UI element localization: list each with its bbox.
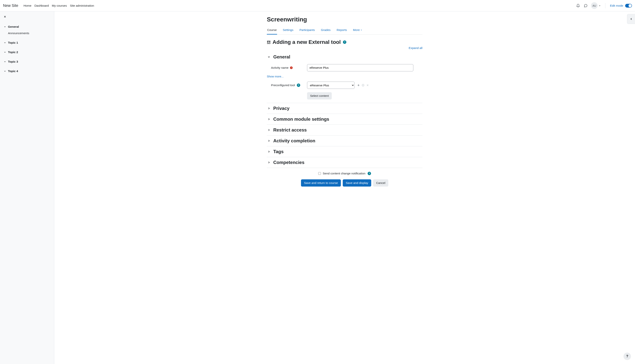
fieldset-privacy-header[interactable]: Privacy: [267, 103, 422, 114]
tab-reports[interactable]: Reports: [336, 26, 347, 34]
chevron-right-icon: [267, 128, 270, 132]
edit-mode-toggle[interactable]: [625, 4, 632, 8]
tab-participants[interactable]: Participants: [299, 26, 315, 34]
fieldset-general-title: General: [273, 54, 290, 60]
help-fab[interactable]: ?: [624, 352, 631, 360]
fieldset-restrict-access-header[interactable]: Restrict access: [267, 125, 422, 135]
chevron-down-icon: [360, 29, 362, 31]
ci-section-topic-3[interactable]: Topic 3: [2, 58, 52, 65]
fieldset-tags-header[interactable]: Tags: [267, 146, 422, 157]
gear-icon: [362, 84, 364, 86]
puzzle-icon: [267, 40, 270, 44]
ci-item-announcements[interactable]: Announcements: [2, 30, 52, 36]
notify-row: Send content change notification ?: [267, 168, 422, 177]
nav-icons: AU Edit mode: [576, 2, 632, 9]
course-index: General Announcements Topic 1 Topic 2: [1, 24, 53, 74]
chevron-down-icon: [4, 42, 6, 44]
chevron-right-icon: [267, 107, 270, 110]
primary-nav: Home Dashboard My courses Site administr…: [24, 4, 94, 8]
fieldset-activity-completion: Activity completion: [267, 136, 422, 146]
fieldset-competencies-header[interactable]: Competencies: [267, 157, 422, 168]
nav-dashboard[interactable]: Dashboard: [34, 4, 49, 8]
fieldset-competencies-title: Competencies: [273, 160, 304, 165]
save-return-button[interactable]: Save and return to course: [301, 179, 341, 186]
help-icon[interactable]: ?: [368, 172, 371, 175]
tab-more[interactable]: More: [352, 26, 363, 34]
page-title: Screenwriting: [267, 16, 422, 23]
navbar: New Site Home Dashboard My courses Site …: [0, 0, 635, 12]
close-drawer-button[interactable]: [2, 14, 8, 20]
chevron-down-icon: [4, 70, 6, 72]
svg-point-4: [363, 85, 364, 86]
fieldset-restrict-access-title: Restrict access: [273, 127, 307, 133]
show-more-link[interactable]: Show more...: [267, 75, 284, 78]
open-block-drawer-button[interactable]: [627, 14, 635, 24]
edit-mode-control: Edit mode: [610, 4, 632, 8]
chevron-right-icon: [267, 139, 270, 142]
fieldset-common-module: Common module settings: [267, 114, 422, 125]
chevron-down-icon: [4, 51, 6, 53]
required-icon: !: [290, 66, 293, 69]
show-more-row: Show more...: [267, 73, 422, 80]
user-menu[interactable]: AU: [591, 2, 601, 9]
tab-settings[interactable]: Settings: [282, 26, 294, 34]
fieldset-tags-title: Tags: [273, 149, 284, 154]
nav-my-courses[interactable]: My courses: [52, 4, 67, 8]
action-row: Save and return to course Save and displ…: [267, 177, 422, 194]
ci-section-label: Topic 4: [8, 70, 18, 73]
tool-actions: [357, 84, 369, 86]
ci-section-topic-2[interactable]: Topic 2: [2, 49, 52, 56]
secondary-nav-tabs: Course Settings Participants Grades Repo…: [267, 26, 422, 34]
main-content: Screenwriting Course Settings Participan…: [54, 12, 635, 364]
notify-label: Send content change notification: [323, 172, 366, 175]
activity-name-input[interactable]: [307, 64, 413, 71]
help-icon[interactable]: ?: [343, 40, 346, 44]
avatar: AU: [591, 2, 598, 9]
form-heading: Adding a new External tool ?: [267, 39, 422, 45]
tab-grades[interactable]: Grades: [320, 26, 331, 34]
chat-icon[interactable]: [584, 4, 588, 8]
ci-section-label: General: [8, 25, 19, 28]
help-icon[interactable]: ?: [297, 84, 300, 87]
divider: [605, 3, 606, 8]
preconfigured-tool-select[interactable]: eReserve Plus: [307, 82, 354, 89]
fieldset-common-module-header[interactable]: Common module settings: [267, 114, 422, 124]
save-display-button[interactable]: Save and display: [343, 179, 371, 186]
fieldset-general-header[interactable]: General: [267, 52, 422, 62]
fieldset-activity-completion-header[interactable]: Activity completion: [267, 136, 422, 146]
ci-section-general[interactable]: General: [2, 24, 52, 30]
fieldset-tags: Tags: [267, 146, 422, 157]
chevron-down-icon: [4, 26, 6, 28]
row-activity-name: Activity name !: [267, 62, 422, 73]
nav-home[interactable]: Home: [24, 4, 31, 8]
ci-section-label: Topic 2: [8, 50, 18, 54]
tab-course[interactable]: Course: [267, 26, 277, 34]
row-preconfigured-tool: Preconfigured tool ? eReserve Plus: [267, 80, 422, 91]
plus-icon[interactable]: [357, 84, 360, 86]
cancel-button[interactable]: Cancel: [373, 179, 388, 186]
ci-section-topic-1[interactable]: Topic 1: [2, 40, 52, 46]
fieldset-common-module-title: Common module settings: [273, 116, 329, 122]
chevron-right-icon: [267, 161, 270, 164]
site-brand[interactable]: New Site: [3, 4, 18, 8]
course-index-drawer: General Announcements Topic 1 Topic 2: [0, 12, 54, 364]
form-heading-text: Adding a new External tool: [272, 39, 341, 45]
fieldset-competencies: Competencies: [267, 157, 422, 168]
ci-section-topic-4[interactable]: Topic 4: [2, 68, 52, 74]
chevron-right-icon: [267, 118, 270, 121]
expand-all-link[interactable]: Expand all: [409, 46, 422, 50]
activity-name-label: Activity name: [271, 66, 288, 70]
nav-site-admin[interactable]: Site administration: [70, 4, 94, 8]
fieldset-activity-completion-title: Activity completion: [273, 138, 315, 144]
select-content-button[interactable]: Select content: [307, 92, 332, 100]
fieldset-restrict-access: Restrict access: [267, 125, 422, 136]
edit-mode-label: Edit mode: [610, 4, 623, 8]
bell-icon[interactable]: [576, 4, 580, 8]
ci-section-label: Topic 3: [8, 60, 18, 64]
ci-section-label: Topic 1: [8, 41, 18, 44]
expand-all-wrap: Expand all: [267, 46, 422, 50]
chevron-down-icon: [599, 5, 601, 7]
notify-checkbox[interactable]: [318, 172, 321, 175]
fieldset-general: General Activity name ! Show more...: [267, 52, 422, 103]
fieldset-privacy-title: Privacy: [273, 106, 290, 111]
